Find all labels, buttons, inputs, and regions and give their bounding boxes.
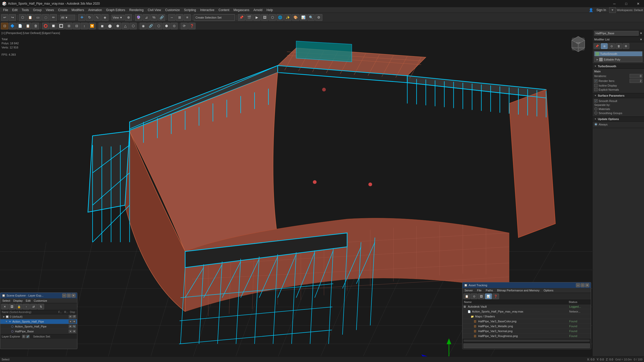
vis-icon-2[interactable]: 👁 <box>72 320 76 323</box>
remove-modifier-button[interactable]: 🗑 <box>615 43 622 49</box>
materials-radio[interactable] <box>594 107 598 111</box>
nav-cube[interactable]: TOP FRONT RIGHT <box>569 35 587 53</box>
render-iters-input[interactable] <box>630 79 642 83</box>
explorer-minimize-button[interactable]: ─ <box>62 293 66 298</box>
sub-btn-24[interactable]: ❓ <box>188 23 195 29</box>
sub-btn-17[interactable]: ⬡ <box>129 23 137 29</box>
asset-options-menu[interactable]: Options <box>543 289 555 292</box>
asset-file-menu[interactable]: File <box>476 289 483 292</box>
asset-paths-menu[interactable]: Paths <box>485 289 494 292</box>
asset-path-input[interactable] <box>463 343 590 348</box>
menu-civil-view[interactable]: Civil View <box>146 7 163 13</box>
configure-modifier-sets-button[interactable]: ⚙ <box>623 43 629 49</box>
render-environment-button[interactable]: 🌐 <box>276 14 284 21</box>
show-end-result-button[interactable]: ⊕ <box>601 43 608 49</box>
explorer-tool-6[interactable]: ⇅ <box>37 304 44 309</box>
menu-views[interactable]: Views <box>44 7 56 13</box>
render-frame-button[interactable]: ▶ <box>253 14 260 21</box>
sub-btn-2[interactable]: 🔷 <box>9 23 16 29</box>
menu-modifiers[interactable]: Modifiers <box>69 7 86 13</box>
tree-expand-1[interactable]: ▼ <box>5 320 8 323</box>
asset-row-basecolor[interactable]: 🖼 HalfPipe_Var3_BaseColor.png Found <box>462 319 591 324</box>
explorer-display-menu[interactable]: Display <box>12 299 24 302</box>
asset-tool-5[interactable]: ❓ <box>492 293 499 299</box>
asset-row-maps-folder[interactable]: 📁 Maps / Shaders <box>462 314 591 319</box>
sub-btn-8[interactable]: 🔳 <box>58 23 65 29</box>
sub-btn-18[interactable]: ◉ <box>140 23 147 29</box>
menu-tools[interactable]: Tools <box>20 7 31 13</box>
named-selection-sets-button[interactable]: 📌 <box>238 14 245 21</box>
menu-help[interactable]: Help <box>264 7 275 13</box>
asset-tool-1[interactable]: 📋 <box>463 293 470 299</box>
workspaces-dropdown[interactable]: ▼ <box>609 7 616 13</box>
lasso-select-button[interactable]: ◌ <box>42 14 49 21</box>
tree-expand-0[interactable]: ▶ <box>2 315 5 318</box>
asset-tool-2[interactable]: ⊙ <box>471 293 477 299</box>
sub-btn-4[interactable]: 📋 <box>24 23 31 29</box>
vis-icon-5[interactable]: ✦ <box>69 330 72 333</box>
sub-btn-19[interactable]: 🔗 <box>147 23 154 29</box>
sub-btn-21[interactable]: ⬢ <box>163 23 170 29</box>
effects-button[interactable]: ✨ <box>284 14 291 21</box>
isoline-checkbox[interactable] <box>594 84 598 87</box>
modifier-editable-poly[interactable]: ▶ Editable Poly <box>594 57 642 62</box>
render-to-texture-button[interactable]: 🎨 <box>292 14 299 21</box>
asset-tool-4[interactable]: 📊 <box>485 293 492 299</box>
material-editor-button[interactable]: ⬡ <box>269 14 276 21</box>
angle-snap-button[interactable]: ⊿ <box>143 14 150 21</box>
asset-restore-button[interactable]: □ <box>581 283 585 287</box>
asset-server-menu[interactable]: Server <box>463 289 474 292</box>
always-radio[interactable] <box>594 123 598 126</box>
vis-icon-1[interactable]: ✦ <box>69 320 72 323</box>
object-name-input[interactable] <box>594 31 639 36</box>
vis-icon-4[interactable]: 📷 <box>72 325 76 328</box>
explorer-edit-menu[interactable]: Edit <box>25 299 32 302</box>
align-button[interactable]: ⊞ <box>176 14 183 21</box>
vis-icon-camera[interactable]: 👁 <box>69 315 72 318</box>
smooth-result-checkbox[interactable] <box>594 99 598 103</box>
asset-close-button[interactable]: ✕ <box>585 283 589 287</box>
asset-tool-3[interactable]: 🖼 <box>478 293 485 299</box>
paint-select-button[interactable]: ✏ <box>50 14 57 21</box>
iterations-input[interactable] <box>630 74 642 78</box>
surface-params-header[interactable]: Surface Parameters <box>593 93 644 98</box>
menu-edit[interactable]: Edit <box>10 7 20 13</box>
sub-btn-16[interactable]: △ <box>122 23 129 29</box>
render-setup-button[interactable]: 🎬 <box>246 14 253 21</box>
sub-btn-15[interactable]: ⬟ <box>114 23 121 29</box>
sub-btn-10[interactable]: ⊟ <box>73 23 80 29</box>
vis-icon-3[interactable]: 👁 <box>69 325 72 328</box>
close-button[interactable]: ✕ <box>632 0 644 7</box>
asset-row-roughness[interactable]: 🖼 HalfPipe_Var3_Roughness.png Found <box>462 334 591 339</box>
explorer-tool-2[interactable]: 🖼 <box>9 304 15 309</box>
menu-scripting[interactable]: Scripting <box>182 7 198 13</box>
sub-btn-20[interactable]: ⬡ <box>155 23 162 29</box>
sub-btn-14[interactable]: ⬤ <box>106 23 113 29</box>
snaps-toggle-button[interactable]: 🔮 <box>135 14 142 21</box>
modifier-list-arrow[interactable]: ▼ <box>640 38 642 41</box>
tree-item-obj1[interactable]: ⬡ Action_Sports_Half_Pipe 👁 📷 <box>0 324 77 329</box>
create-selection-set-button[interactable]: Create Selection Set <box>194 14 235 21</box>
layer-manager-button[interactable]: ≡ <box>184 14 191 21</box>
tree-item-group1[interactable]: ▼ ✦ Action_Sports_Half_Pipe ✦ 👁 <box>0 319 77 324</box>
asset-row-normal[interactable]: 🖼 HalfPipe_Var3_Normal.png Found <box>462 329 591 334</box>
sub-btn-7[interactable]: 🔲 <box>50 23 57 29</box>
footer-icon-2[interactable]: 🔗 <box>26 335 30 338</box>
percent-snap-button[interactable]: % <box>150 14 158 21</box>
sub-btn-12[interactable]: 🔽 <box>88 23 96 29</box>
smart-select-button[interactable]: 🔍 <box>307 14 315 21</box>
sub-btn-9[interactable]: ⊞ <box>65 23 72 29</box>
menu-customize[interactable]: Customize <box>163 7 182 13</box>
explorer-tool-1[interactable]: ✕ <box>1 304 8 309</box>
sign-in-button[interactable]: Sign In <box>594 7 608 13</box>
select-manipulate-button[interactable]: ◈ <box>101 14 109 21</box>
tree-item-obj2[interactable]: ⬡ HalfPipe_Base ✦ 👁 <box>0 329 77 334</box>
sub-btn-22[interactable]: ⊙ <box>170 23 178 29</box>
rect-select-button[interactable]: ▭ <box>34 14 42 21</box>
use-pivot-button[interactable]: ⊕ <box>125 14 132 21</box>
modifier-turbosmooth[interactable]: TurboSmooth <box>594 51 642 56</box>
sub-btn-11[interactable]: ↕ <box>81 23 88 29</box>
sub-btn-1[interactable]: ⊡ <box>1 23 8 29</box>
mirror-button[interactable]: ↔ <box>168 14 175 21</box>
filter-dropdown[interactable]: All ▼ <box>60 15 75 20</box>
